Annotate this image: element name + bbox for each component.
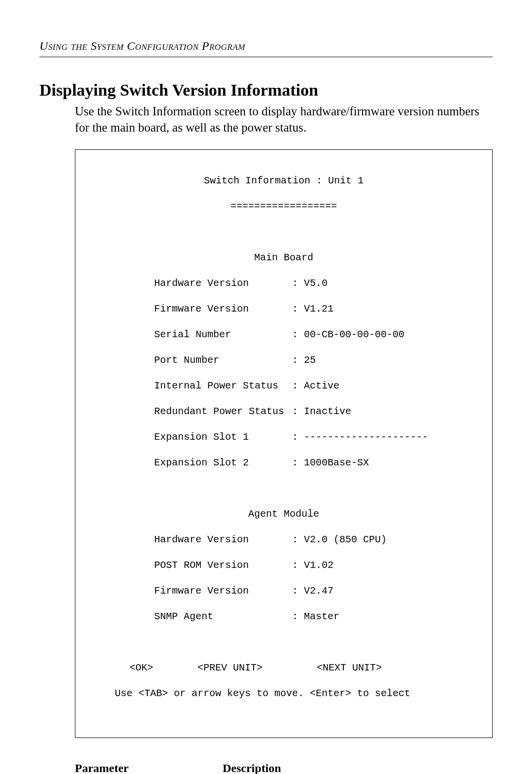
am-row-fw: Firmware VersionV2.47	[80, 585, 487, 598]
parameter-table: Parameter Description Main Board Hardwar…	[75, 762, 479, 774]
running-head: Using the System Configuration Program	[39, 39, 493, 53]
header-rule	[39, 57, 493, 57]
section-title: Displaying Switch Version Information	[39, 81, 493, 100]
mb-es1-value: ---------------------	[292, 431, 428, 444]
col-head-parameter: Parameter	[75, 762, 223, 774]
am-fw-label: Firmware Version	[154, 585, 292, 598]
am-post-value: V1.02	[292, 559, 333, 572]
mb-row-sn: Serial Number00-CB-00-00-00-00	[80, 328, 487, 341]
mb-es2-value: 1000Base-SX	[292, 457, 369, 469]
intro-paragraph: Use the Switch Information screen to dis…	[75, 104, 493, 136]
mb-hw-label: Hardware Version	[154, 277, 292, 290]
nav-next[interactable]: <NEXT UNIT>	[317, 662, 382, 674]
mb-es1-label: Expansion Slot 1	[154, 431, 292, 444]
mb-fw-label: Firmware Version	[154, 303, 292, 316]
am-snmp-label: SNMP Agent	[154, 610, 292, 623]
terminal-title: Switch Information : Unit 1	[80, 175, 487, 187]
terminal-screenshot: Switch Information : Unit 1 ============…	[75, 149, 493, 738]
table-head-row: Parameter Description	[75, 762, 479, 774]
terminal-title-underline: ==================	[80, 200, 487, 213]
am-row-post: POST ROM VersionV1.02	[80, 559, 487, 572]
nav-prev[interactable]: <PREV UNIT>	[198, 662, 263, 674]
am-row-snmp: SNMP AgentMaster	[80, 610, 487, 623]
mb-ips-value: Active	[292, 380, 339, 392]
terminal-nav: <OK><PREV UNIT><NEXT UNIT>	[80, 662, 487, 674]
mb-row-es1: Expansion Slot 1---------------------	[80, 431, 487, 444]
am-post-label: POST ROM Version	[154, 559, 292, 572]
am-hw-value: V2.0 (850 CPU)	[292, 533, 387, 546]
mb-pn-label: Port Number	[154, 354, 292, 367]
mb-row-rps: Redundant Power StatusInactive	[80, 405, 487, 418]
mb-row-pn: Port Number25	[80, 354, 487, 367]
mb-rps-label: Redundant Power Status	[154, 405, 292, 418]
nav-ok[interactable]: <OK>	[130, 662, 153, 674]
mb-row-fw: Firmware VersionV1.21	[80, 303, 487, 316]
am-fw-value: V2.47	[292, 585, 333, 598]
mb-row-ips: Internal Power StatusActive	[80, 380, 487, 392]
terminal-hint: Use <TAB> or arrow keys to move. <Enter>…	[80, 687, 487, 700]
mb-pn-value: 25	[292, 354, 316, 367]
mb-row-hw: Hardware VersionV5.0	[80, 277, 487, 290]
mb-fw-value: V1.21	[292, 303, 333, 316]
main-board-header: Main Board	[80, 251, 487, 264]
col-head-description: Description	[223, 762, 479, 774]
mb-rps-value: Inactive	[292, 405, 351, 418]
mb-sn-label: Serial Number	[154, 328, 292, 341]
mb-es2-label: Expansion Slot 2	[154, 457, 292, 469]
mb-hw-value: V5.0	[292, 277, 328, 290]
mb-ips-label: Internal Power Status	[154, 380, 292, 392]
am-hw-label: Hardware Version	[154, 533, 292, 546]
mb-row-es2: Expansion Slot 21000Base-SX	[80, 457, 487, 469]
am-row-hw: Hardware VersionV2.0 (850 CPU)	[80, 533, 487, 546]
page: Using the System Configuration Program D…	[0, 0, 532, 774]
mb-sn-value: 00-CB-00-00-00-00	[292, 328, 404, 341]
agent-module-header: Agent Module	[80, 508, 487, 521]
am-snmp-value: Master	[292, 610, 339, 623]
